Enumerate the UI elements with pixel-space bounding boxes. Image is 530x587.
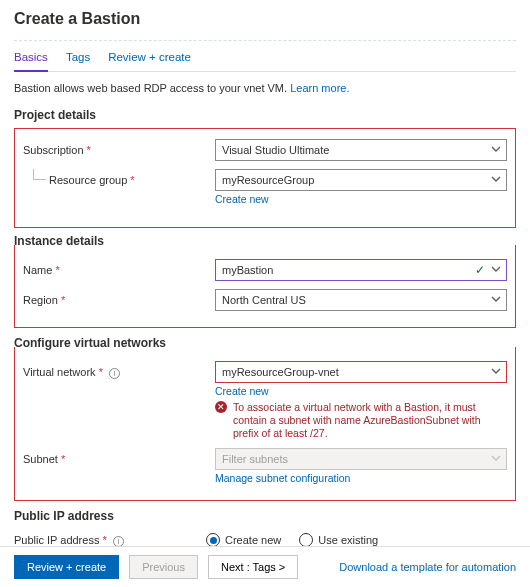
page-title: Create a Bastion — [14, 10, 516, 28]
learn-more-link[interactable]: Learn more. — [290, 82, 349, 94]
name-input[interactable]: myBastion — [215, 259, 507, 281]
tab-review[interactable]: Review + create — [108, 45, 191, 71]
manage-subnet-link[interactable]: Manage subnet configuration — [215, 472, 507, 484]
check-icon: ✓ — [475, 263, 485, 277]
intro-text: Bastion allows web based RDP access to y… — [14, 82, 516, 94]
tab-tags[interactable]: Tags — [66, 45, 90, 71]
review-create-button[interactable]: Review + create — [14, 555, 119, 579]
previous-button: Previous — [129, 555, 198, 579]
name-label: Name * — [23, 259, 215, 276]
subscription-select[interactable]: Visual Studio Ultimate — [215, 139, 507, 161]
create-new-rg-link[interactable]: Create new — [215, 193, 507, 205]
create-new-vnet-link[interactable]: Create new — [215, 385, 507, 397]
required-asterisk: * — [87, 144, 91, 156]
section-project: Project details — [14, 108, 516, 122]
section-pip: Public IP address — [14, 509, 516, 523]
next-button[interactable]: Next : Tags > — [208, 555, 298, 579]
highlighted-fields-2: Name * myBastion ✓ Region * North Centra… — [14, 245, 516, 328]
vnet-error-text: To associate a virtual network with a Ba… — [233, 401, 507, 440]
vnet-error: ✕ To associate a virtual network with a … — [215, 401, 507, 440]
intro-desc: Bastion allows web based RDP access to y… — [14, 82, 290, 94]
vnet-select[interactable]: myResourceGroup-vnet — [215, 361, 507, 383]
download-template-link[interactable]: Download a template for automation — [339, 561, 516, 573]
info-icon[interactable]: i — [109, 368, 120, 379]
resource-group-label: Resource group * — [23, 169, 215, 186]
highlighted-fields: Subscription * Visual Studio Ultimate Re… — [14, 128, 516, 228]
tab-basics[interactable]: Basics — [14, 45, 48, 72]
error-icon: ✕ — [215, 401, 227, 413]
region-select[interactable]: North Central US — [215, 289, 507, 311]
subnet-select: Filter subnets — [215, 448, 507, 470]
vnet-label: Virtual network * i — [23, 361, 215, 379]
footer-bar: Review + create Previous Next : Tags > D… — [0, 546, 530, 587]
pip-label: Public IP address * i — [14, 529, 206, 547]
highlighted-fields-3: Virtual network * i myResourceGroup-vnet… — [14, 347, 516, 501]
tabs: Basics Tags Review + create — [14, 45, 516, 72]
title-divider — [14, 40, 516, 41]
subnet-label: Subnet * — [23, 448, 215, 465]
region-label: Region * — [23, 289, 215, 306]
resource-group-select[interactable]: myResourceGroup — [215, 169, 507, 191]
subscription-label: Subscription * — [23, 139, 215, 156]
